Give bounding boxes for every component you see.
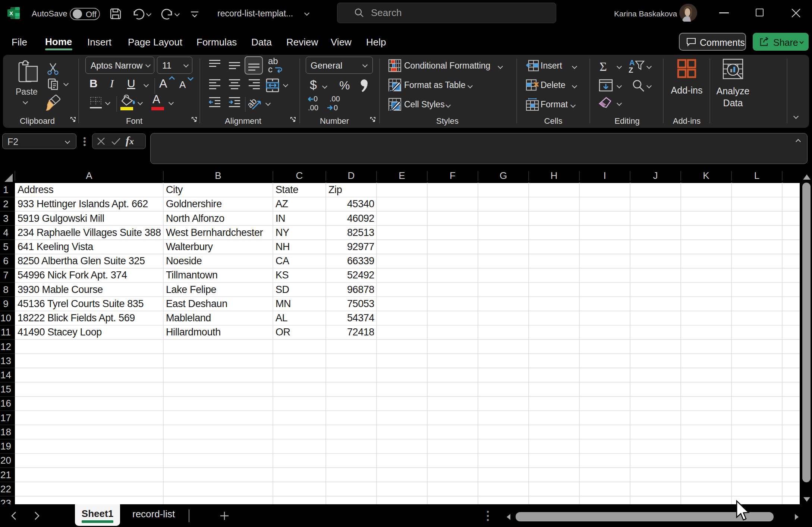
- svg-text:.00: .00: [308, 104, 318, 112]
- svg-text:0: 0: [314, 95, 318, 103]
- svg-text:.00: .00: [330, 95, 340, 103]
- svg-text:0: 0: [334, 104, 338, 112]
- svg-text:X: X: [9, 10, 13, 16]
